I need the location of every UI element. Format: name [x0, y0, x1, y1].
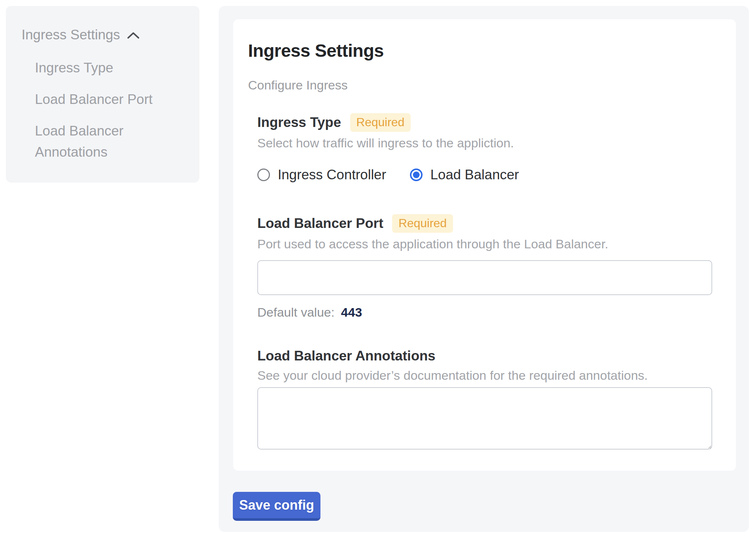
sidebar-sub-list: Ingress Type Load Balancer Port Load Bal…	[35, 57, 169, 163]
chevron-up-icon	[127, 32, 140, 40]
ingress-type-radio-group: Ingress Controller Load Balancer	[257, 165, 712, 184]
default-value-label: Default value:	[257, 305, 335, 319]
radio-option-load-balancer[interactable]: Load Balancer	[410, 167, 519, 183]
load-balancer-port-label: Load Balancer Port	[257, 215, 383, 232]
radio-ingress-controller[interactable]	[257, 169, 270, 181]
sidebar-item-load-balancer-port[interactable]: Load Balancer Port	[35, 89, 169, 110]
required-badge: Required	[350, 113, 411, 132]
required-badge: Required	[392, 214, 453, 233]
radio-option-ingress-controller[interactable]: Ingress Controller	[257, 167, 386, 183]
section-load-balancer-annotations: Load Balancer Annotations See your cloud…	[257, 348, 712, 450]
default-value: 443	[341, 305, 362, 319]
radio-label-ingress-controller: Ingress Controller	[278, 167, 386, 183]
save-config-button[interactable]: Save config	[233, 492, 320, 521]
load-balancer-port-input[interactable]	[257, 260, 712, 295]
load-balancer-annotations-label: Load Balancer Annotations	[257, 348, 436, 364]
ingress-settings-card: Ingress Settings Configure Ingress Ingre…	[233, 19, 736, 471]
sidebar-item-ingress-settings[interactable]: Ingress Settings	[22, 26, 186, 44]
radio-label-load-balancer: Load Balancer	[430, 167, 519, 183]
load-balancer-annotations-description: See your cloud provider’s documentation …	[257, 368, 712, 383]
page-title: Ingress Settings	[248, 40, 712, 61]
section-ingress-type: Ingress Type Required Select how traffic…	[257, 113, 712, 184]
main-panel: Ingress Settings Configure Ingress Ingre…	[219, 6, 749, 532]
form-body: Ingress Type Required Select how traffic…	[257, 113, 712, 450]
default-value-row: Default value: 443	[257, 305, 712, 320]
radio-load-balancer[interactable]	[410, 169, 423, 181]
sidebar-item-load-balancer-annotations[interactable]: Load Balancer Annotations	[35, 120, 169, 163]
section-load-balancer-port: Load Balancer Port Required Port used to…	[257, 214, 712, 320]
settings-sidebar: Ingress Settings Ingress Type Load Balan…	[6, 6, 199, 183]
ingress-type-label: Ingress Type	[257, 114, 341, 131]
ingress-type-description: Select how traffic will ingress to the a…	[257, 135, 712, 150]
sidebar-parent-label: Ingress Settings	[22, 26, 120, 44]
load-balancer-annotations-textarea[interactable]	[257, 387, 712, 450]
sidebar-item-ingress-type[interactable]: Ingress Type	[35, 57, 169, 78]
page-subtitle: Configure Ingress	[248, 78, 712, 92]
load-balancer-port-description: Port used to access the application thro…	[257, 236, 712, 251]
